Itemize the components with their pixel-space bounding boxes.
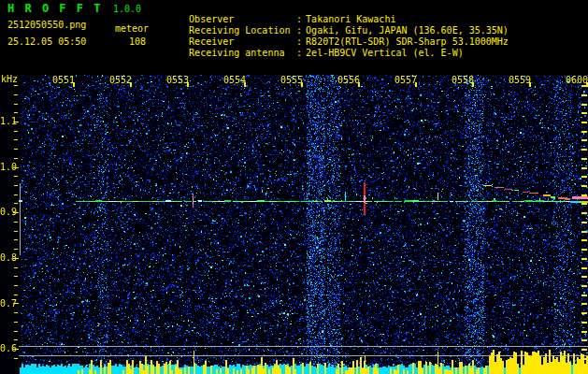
info-row-antenna: Receiving antenna:2el-HB9CV Vertical (el… [166,39,464,67]
echo-count: 108 [129,37,146,47]
freq-label-0-7: 0.7 [0,299,15,309]
time-label-0600: 0600 [565,76,588,85]
hrofft-output-window: H R O F F T 1.0.0 2512050550.png meteor … [0,0,588,374]
app-version: 1.0.0 [113,5,141,14]
app-title: H R O F F T [7,3,102,14]
time-label-0551: 0551 [51,76,76,85]
time-label-0554: 0554 [222,76,247,85]
datetime-label: 25.12.05 05:50 [7,37,86,47]
time-label-0555: 0555 [280,76,304,85]
time-label-0558: 0558 [451,76,475,85]
freq-label-0-6: 0.6 [0,344,15,353]
time-label-0552: 0552 [108,76,133,85]
time-label-0557: 0557 [394,76,418,85]
info-value-antenna: 2el-HB9CV Vertical (el. E-W) [306,48,464,58]
time-label-0553: 0553 [165,76,190,85]
file-name: 2512050550.png [7,21,86,30]
freq-label-0-8: 0.8 [0,253,15,263]
khz-axis-label: kHz [1,75,18,84]
freq-label-1-1: 1.1 [0,117,15,126]
info-label-antenna: Receiving antenna [189,49,296,58]
mode-label: meteor [115,24,149,34]
spectrogram-canvas [0,75,588,374]
freq-label-1-0: 1.0 [0,163,15,172]
time-label-0559: 0559 [508,76,532,85]
info-separator: : [296,49,306,58]
freq-label-0-9: 0.9 [0,208,15,217]
time-label-0556: 0556 [337,76,361,85]
